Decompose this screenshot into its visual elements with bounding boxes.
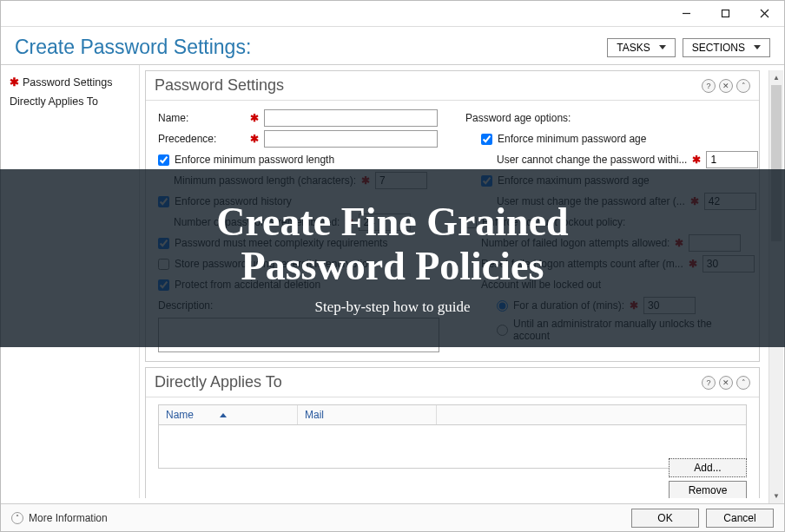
- section-title: Directly Applies To: [155, 373, 282, 391]
- chevron-down-icon: ˄: [11, 512, 23, 524]
- enforce-min-length-label: Enforce minimum password length: [175, 154, 334, 166]
- column-blank: [437, 405, 746, 424]
- collapse-icon[interactable]: ˄: [736, 376, 750, 390]
- sidebar-item-password-settings[interactable]: ✱Password Settings: [6, 72, 134, 92]
- section-header: Directly Applies To ? ✕ ˄: [146, 368, 759, 397]
- overlay-title-line1: Create Fine Grained: [216, 200, 568, 245]
- scroll-down-icon[interactable]: ▼: [769, 489, 783, 503]
- tasks-dropdown[interactable]: TASKS: [607, 38, 675, 57]
- maximize-button[interactable]: [706, 1, 745, 27]
- cancel-button[interactable]: Cancel: [706, 509, 774, 528]
- sidebar-item-label: Directly Applies To: [10, 95, 98, 108]
- min-age-input[interactable]: [706, 151, 758, 168]
- close-icon[interactable]: ✕: [719, 376, 733, 390]
- svg-rect-1: [722, 10, 729, 17]
- sections-label: SECTIONS: [692, 42, 745, 54]
- column-mail[interactable]: Mail: [298, 405, 437, 424]
- tasks-label: TASKS: [617, 42, 650, 54]
- enforce-min-age-label: Enforce minimum password age: [498, 133, 646, 145]
- page-header: Create Password Settings: TASKS SECTIONS: [1, 27, 784, 65]
- directly-applies-section: Directly Applies To ? ✕ ˄ Name Mail: [145, 367, 760, 498]
- enforce-min-length-checkbox[interactable]: [158, 154, 169, 166]
- age-options-label: Password age options:: [465, 112, 571, 124]
- required-icon: ✱: [692, 154, 701, 166]
- min-age-label: User cannot change the password withi...: [497, 154, 687, 166]
- header-buttons: TASKS SECTIONS: [607, 38, 770, 57]
- section-header: Password Settings ? ✕ ˄: [146, 71, 759, 101]
- precedence-label: Precedence:: [158, 133, 245, 145]
- titlebar: [1, 1, 784, 27]
- precedence-input[interactable]: [264, 130, 438, 148]
- add-button[interactable]: Add...: [669, 458, 747, 477]
- required-icon: ✱: [250, 112, 259, 124]
- scroll-up-icon[interactable]: ▲: [769, 70, 783, 85]
- ok-button[interactable]: OK: [631, 509, 699, 528]
- section-title: Password Settings: [155, 76, 284, 95]
- remove-button[interactable]: Remove: [669, 481, 747, 498]
- overlay-subtitle: Step-by-step how to guide: [315, 299, 471, 316]
- more-information-label: More Information: [29, 512, 108, 524]
- promo-overlay: Create Fine Grained Password Policies St…: [0, 169, 785, 347]
- required-icon: ✱: [10, 76, 19, 89]
- minimize-button[interactable]: [667, 1, 706, 27]
- name-input[interactable]: [264, 109, 438, 127]
- help-icon[interactable]: ?: [702, 376, 716, 390]
- sections-dropdown[interactable]: SECTIONS: [683, 38, 770, 57]
- table-header: Name Mail: [158, 404, 747, 425]
- chevron-down-icon: [754, 45, 761, 49]
- collapse-icon[interactable]: ˄: [736, 79, 750, 93]
- help-icon[interactable]: ?: [702, 79, 716, 93]
- sort-ascending-icon: [220, 413, 227, 417]
- column-name[interactable]: Name: [159, 405, 298, 424]
- required-icon: ✱: [250, 133, 259, 145]
- sidebar-item-label: Password Settings: [23, 76, 113, 89]
- table-body-empty: [158, 425, 747, 469]
- footer: ˄ More Information OK Cancel: [1, 503, 784, 531]
- more-information-toggle[interactable]: ˄ More Information: [11, 512, 108, 524]
- sidebar-item-directly-applies[interactable]: Directly Applies To: [6, 92, 134, 111]
- chevron-down-icon: [659, 45, 666, 49]
- page-title: Create Password Settings:: [15, 36, 251, 59]
- overlay-title-line2: Password Policies: [241, 245, 544, 289]
- close-icon[interactable]: ✕: [719, 79, 733, 93]
- section-body: Name Mail Add... Remove: [146, 397, 759, 498]
- name-label: Name:: [158, 112, 245, 124]
- close-button[interactable]: [745, 1, 784, 27]
- enforce-min-age-checkbox[interactable]: [481, 134, 492, 145]
